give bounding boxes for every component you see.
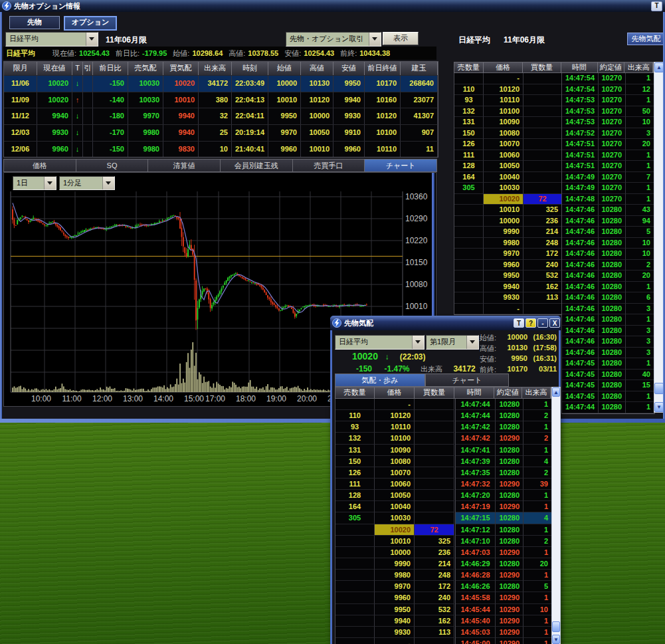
tape-row[interactable]: 14:47:46102803 — [562, 348, 654, 359]
column-header[interactable]: 約定値 — [494, 387, 522, 398]
depth-row[interactable]: - — [454, 73, 563, 84]
futures-quote-button[interactable]: 先物気配 — [627, 33, 665, 45]
title-t-button[interactable]: T — [651, 1, 662, 11]
scroll-down-icon[interactable]: ▼ — [552, 635, 560, 644]
futures-table-row[interactable]: 11/129940↓-180997099403222:04:1199501000… — [4, 108, 438, 124]
popup-tab-item[interactable]: チャート — [425, 374, 509, 387]
depth-row[interactable]: 10000236 — [454, 216, 563, 227]
tape-row[interactable]: 14:45:00102901 — [456, 638, 552, 644]
depth-row[interactable]: - — [454, 304, 563, 315]
tape-row[interactable]: 14:47:42102801 — [456, 421, 552, 433]
column-header[interactable]: 時間 — [561, 62, 598, 72]
column-header[interactable]: 価格 — [484, 62, 523, 72]
tape-row[interactable]: 14:47:19102901 — [456, 501, 552, 512]
chevron-down-icon[interactable] — [412, 336, 424, 349]
tape-row[interactable]: 14:47:52102703 — [562, 128, 654, 140]
column-header[interactable]: 前日比 — [93, 62, 128, 75]
tape-row[interactable]: 14:46:291028020 — [456, 558, 552, 570]
column-header[interactable]: 限月 — [4, 62, 37, 75]
depth-row[interactable]: 9960240 — [335, 592, 456, 603]
tape-row[interactable]: 14:45:441029010 — [456, 604, 552, 615]
depth-row[interactable]: 9310110 — [454, 95, 563, 106]
tape-row[interactable]: 14:47:51102701 — [562, 161, 654, 172]
title-bar[interactable]: 先物オプション情報 T — [0, 0, 665, 12]
futures-table-row[interactable]: 11/0910020↑-140100301001038022:04:131001… — [4, 92, 438, 108]
futures-table-row[interactable]: 11/0610020↓-15010030100203417222:03:4910… — [4, 75, 438, 92]
depth-row[interactable]: 9950532 — [454, 270, 563, 282]
tape-row[interactable]: 14:47:35102802 — [456, 467, 552, 479]
depth-row[interactable]: 9990214 — [454, 227, 563, 238]
tape-row[interactable]: 14:47:531027050 — [562, 106, 654, 118]
tab-active[interactable]: チャート — [365, 159, 437, 172]
show-button[interactable]: 表示 — [383, 32, 419, 45]
column-header[interactable]: 時間 — [454, 387, 494, 398]
options-nav-button[interactable]: オプション — [64, 16, 117, 31]
depth-row[interactable]: 11110060 — [335, 479, 456, 490]
depth-row[interactable]: 16410040 — [335, 501, 456, 512]
depth-row[interactable]: 9980248 — [454, 238, 563, 249]
column-header[interactable]: 売数量 — [454, 62, 484, 72]
chevron-down-icon[interactable] — [466, 336, 478, 349]
column-header[interactable]: 出来高 — [199, 62, 232, 75]
column-header[interactable]: 建玉 — [401, 62, 438, 75]
tape-row[interactable]: 14:47:41102801 — [456, 445, 552, 456]
column-header[interactable]: 高値 — [301, 62, 333, 75]
depth-row[interactable]: 10000236 — [335, 547, 456, 558]
depth-row[interactable]: 11110060 — [454, 150, 563, 161]
depth-row[interactable]: 13110090 — [335, 445, 456, 456]
depth-row[interactable]: 16410040 — [454, 172, 563, 183]
depth-row[interactable]: 13210100 — [335, 433, 456, 444]
tape-row[interactable]: 14:47:44102801 — [456, 399, 552, 410]
tape-row[interactable]: 14:47:46102802 — [562, 260, 654, 271]
column-header[interactable]: 現在値 — [37, 62, 72, 75]
column-header[interactable]: 時刻 — [232, 62, 268, 75]
popup-tab-active[interactable]: 気配・歩み — [335, 374, 425, 387]
tape-row[interactable]: 14:47:46102803 — [562, 326, 654, 337]
depth-row[interactable]: 15010080 — [454, 128, 563, 140]
depth-row[interactable]: 10010325 — [454, 205, 563, 216]
column-header[interactable]: 買数量 — [415, 387, 454, 398]
depth-row[interactable]: 1002072 — [454, 194, 563, 205]
depth-row[interactable]: 9930113 — [454, 292, 563, 304]
tab-item[interactable]: 売買手口 — [293, 159, 365, 172]
tape-row[interactable]: 14:47:45102801 — [562, 358, 654, 370]
popup-help-button[interactable]: ? — [525, 318, 536, 328]
depth-row[interactable]: 12810050 — [454, 161, 563, 172]
depth-row[interactable]: 9950532 — [335, 604, 456, 615]
column-header[interactable]: 出来高 — [624, 62, 653, 72]
tape-row[interactable]: 14:47:45102801 — [562, 391, 654, 403]
depth-row[interactable]: 30510030 — [335, 512, 456, 524]
tape-row[interactable]: 14:45:03102901 — [456, 627, 552, 638]
scroll-up-icon[interactable]: ▲ — [654, 62, 664, 72]
depth-row[interactable]: 9310110 — [335, 421, 456, 433]
tape-row[interactable]: 14:45:40102901 — [456, 615, 552, 627]
tape-row[interactable]: 14:47:461028010 — [562, 249, 654, 260]
tape-row[interactable]: 14:47:20102801 — [456, 490, 552, 501]
popup-minimize-button[interactable]: - — [537, 318, 548, 328]
tape-row[interactable]: 14:47:46102803 — [562, 304, 654, 315]
depth-row[interactable]: 9960240 — [454, 260, 563, 271]
tape-row[interactable]: 14:47:461028043 — [562, 205, 654, 216]
tape-row[interactable]: 14:47:54102701 — [562, 73, 654, 84]
popup-t-button[interactable]: T — [514, 318, 524, 328]
popup-index-select[interactable]: 日経平均 — [335, 335, 425, 350]
tape-row[interactable]: 14:47:49102701 — [562, 183, 654, 194]
popup-title-bar[interactable]: 先物気配 T ? - X — [330, 316, 561, 330]
trade-type-select[interactable]: 先物・オプション取引 — [286, 32, 381, 47]
tape-row[interactable]: 14:47:461028020 — [562, 270, 654, 282]
depth-row[interactable]: 15010080 — [335, 456, 456, 467]
tape-row[interactable]: 14:47:03102901 — [456, 547, 552, 558]
tape-row[interactable]: 14:47:39102804 — [456, 456, 552, 467]
column-header[interactable]: 安値 — [333, 62, 365, 75]
depth-row[interactable]: 13110090 — [454, 117, 563, 128]
tape-row[interactable]: 14:47:321029039 — [456, 479, 552, 490]
tape-row[interactable]: 14:47:12102801 — [456, 524, 552, 536]
depth-row[interactable]: 9970172 — [454, 249, 563, 260]
tape-row[interactable]: 14:45:58102901 — [456, 592, 552, 603]
popup-contract-select[interactable]: 第1限月 — [426, 335, 479, 350]
depth-row[interactable]: 11010120 — [454, 84, 563, 96]
tape-row[interactable]: 14:47:46102801 — [562, 282, 654, 293]
depth-row[interactable]: 13210100 — [454, 106, 563, 118]
tape-row[interactable]: 14:47:451028040 — [562, 370, 654, 381]
tab-item[interactable]: 清算値 — [148, 159, 221, 172]
